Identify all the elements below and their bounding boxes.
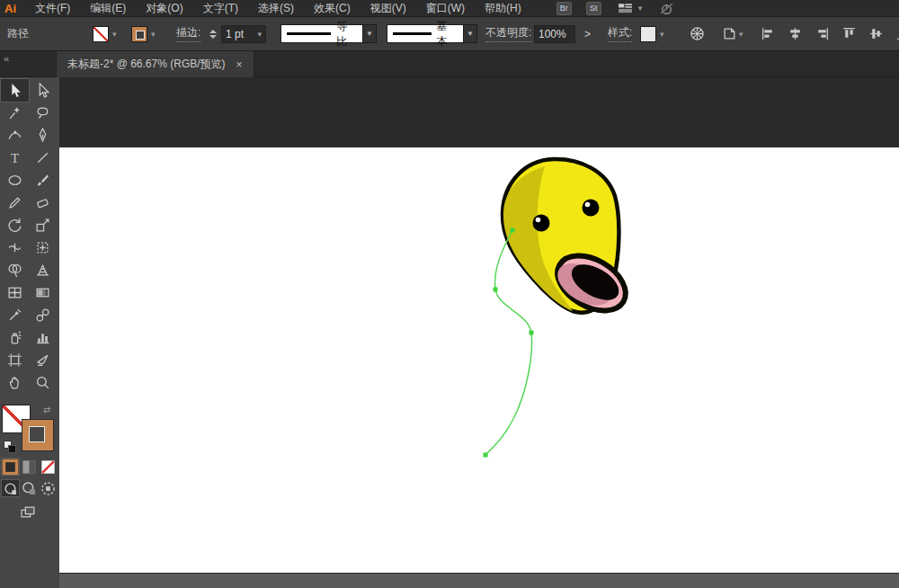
default-fill-stroke-icon[interactable] <box>4 441 16 453</box>
align-bottom-button[interactable] <box>893 24 899 44</box>
scale-tool[interactable] <box>29 214 57 236</box>
type-tool[interactable]: T <box>1 147 29 169</box>
pasteboard[interactable] <box>59 77 899 147</box>
stroke-swatch[interactable] <box>131 26 147 42</box>
bridge-button[interactable]: Br <box>556 2 572 15</box>
stroke-weight-select[interactable]: 1 pt ▾ <box>221 17 266 50</box>
slice-tool[interactable] <box>29 349 57 371</box>
stroke-weight-stepper[interactable] <box>207 17 219 50</box>
blend-tool[interactable] <box>29 304 57 326</box>
width-profile-preview <box>287 32 331 35</box>
align-top-button[interactable] <box>839 24 859 44</box>
menu-item-0[interactable]: 文件(F) <box>25 1 80 16</box>
align-left-button[interactable] <box>758 24 778 44</box>
stroke-color-control[interactable]: ▾ <box>131 17 156 50</box>
menu-item-7[interactable]: 窗口(W) <box>416 1 475 16</box>
width-tool[interactable] <box>1 236 29 259</box>
menu-item-4[interactable]: 选择(S) <box>248 1 304 16</box>
line-segment-tool[interactable] <box>29 147 57 169</box>
lasso-tool[interactable] <box>29 102 57 124</box>
direct-selection-tool[interactable] <box>29 79 57 102</box>
stock-button[interactable]: St <box>586 2 601 15</box>
svg-text:T: T <box>11 151 19 165</box>
transform-icon <box>719 24 739 44</box>
stroke-proxy[interactable] <box>22 419 54 451</box>
panel-collapse-button[interactable]: « <box>4 53 9 64</box>
align-right-button[interactable] <box>812 24 832 44</box>
tools-panel: T ⇄ <box>0 77 59 588</box>
paintbrush-tool[interactable] <box>29 169 57 192</box>
perspective-grid-tool[interactable] <box>29 259 57 281</box>
fill-color-control[interactable]: ▾ <box>93 17 117 50</box>
workspace-switcher[interactable]: ▾ <box>616 0 643 18</box>
draw-behind-button[interactable] <box>21 480 38 496</box>
align-buttons <box>758 17 899 50</box>
menu-bar: Ai 文件(F)编辑(E)对象(O)文字(T)选择(S)效果(C)视图(V)窗口… <box>0 0 899 16</box>
align-middle-vertical-button[interactable] <box>866 24 886 44</box>
selection-context-label: 路径 <box>7 17 29 50</box>
transform-options-button[interactable]: ▾ <box>719 17 743 50</box>
hand-tool[interactable] <box>1 371 29 394</box>
sync-disabled-icon[interactable] <box>656 0 676 18</box>
align-center-horizontal-button[interactable] <box>785 24 805 44</box>
opacity-panel-link[interactable]: 不透明度: <box>485 17 531 50</box>
column-graph-tool[interactable] <box>29 326 57 349</box>
opacity-overflow-chevron[interactable]: > <box>584 17 591 50</box>
gradient-tool[interactable] <box>29 281 57 304</box>
horizontal-scrollbar[interactable] <box>59 573 899 588</box>
opacity-value-field[interactable]: 100% <box>534 17 575 50</box>
gradient-button[interactable] <box>21 459 38 475</box>
screen-mode-button[interactable] <box>14 502 41 521</box>
chevron-down-icon[interactable]: ▼ <box>464 24 477 43</box>
artboard-tool[interactable] <box>1 349 29 371</box>
zoom-tool[interactable] <box>29 371 57 394</box>
pen-tool[interactable] <box>29 124 57 147</box>
tab-bar: « 未标题-2* @ 66.67% (RGB/预览) × <box>0 51 899 77</box>
magic-wand-tool[interactable] <box>1 102 29 124</box>
none-button[interactable] <box>40 459 57 475</box>
workspace-icon <box>616 0 636 18</box>
chevron-down-icon[interactable]: ▼ <box>363 24 377 43</box>
menu-items: 文件(F)编辑(E)对象(O)文字(T)选择(S)效果(C)视图(V)窗口(W)… <box>25 1 531 16</box>
menu-item-1[interactable]: 编辑(E) <box>80 1 136 16</box>
symbol-sprayer-tool[interactable] <box>1 326 29 349</box>
color-button[interactable] <box>2 459 19 475</box>
chevron-down-icon[interactable]: ▾ <box>151 30 156 39</box>
menu-item-8[interactable]: 帮助(H) <box>475 1 531 16</box>
chevron-down-icon[interactable]: ▾ <box>112 30 117 39</box>
swap-fill-stroke-icon[interactable]: ⇄ <box>43 405 50 414</box>
recolor-artwork-button[interactable] <box>687 17 707 50</box>
shape-builder-tool[interactable] <box>1 259 29 281</box>
menu-item-6[interactable]: 视图(V) <box>360 1 416 16</box>
canvas-area <box>59 77 899 588</box>
tool-grid: T <box>1 79 58 394</box>
menu-item-5[interactable]: 效果(C) <box>304 1 360 16</box>
mesh-tool[interactable] <box>1 281 29 304</box>
close-icon[interactable]: × <box>236 58 243 71</box>
selection-tool[interactable] <box>1 79 29 102</box>
free-transform-tool[interactable] <box>29 236 57 259</box>
menu-item-2[interactable]: 对象(O) <box>136 1 192 16</box>
brush-definition-select[interactable]: 基本 ▼ <box>387 17 477 50</box>
eraser-tool[interactable] <box>29 192 57 214</box>
stroke-panel-link[interactable]: 描边: <box>176 17 200 50</box>
menu-bar-right: Br St ▾ <box>556 0 677 18</box>
curvature-tool[interactable] <box>1 124 29 147</box>
fill-swatch-none[interactable] <box>93 26 109 42</box>
style-panel-link[interactable]: 样式: <box>608 17 632 50</box>
document-tab-title: 未标题-2* @ 66.67% (RGB/预览) <box>67 57 226 72</box>
pencil-tool[interactable] <box>1 192 29 214</box>
chevron-down-icon[interactable]: ▾ <box>660 30 664 39</box>
artboard[interactable] <box>59 147 899 573</box>
width-profile-select[interactable]: 等比 ▼ <box>280 17 377 50</box>
draw-normal-button[interactable] <box>2 480 19 496</box>
eyedropper-tool[interactable] <box>1 304 29 326</box>
document-tab[interactable]: 未标题-2* @ 66.67% (RGB/预览) × <box>56 51 254 77</box>
control-bar: 路径 ▾ ▾ 描边: 1 pt ▾ 等比 ▼ <box>0 16 899 51</box>
ellipse-tool[interactable] <box>1 169 29 192</box>
draw-inside-button[interactable] <box>40 480 57 496</box>
color-wheel-icon <box>687 24 707 44</box>
menu-item-3[interactable]: 文字(T) <box>193 1 248 16</box>
rotate-tool[interactable] <box>1 214 29 236</box>
graphic-style-swatch[interactable]: ▾ <box>640 17 664 50</box>
